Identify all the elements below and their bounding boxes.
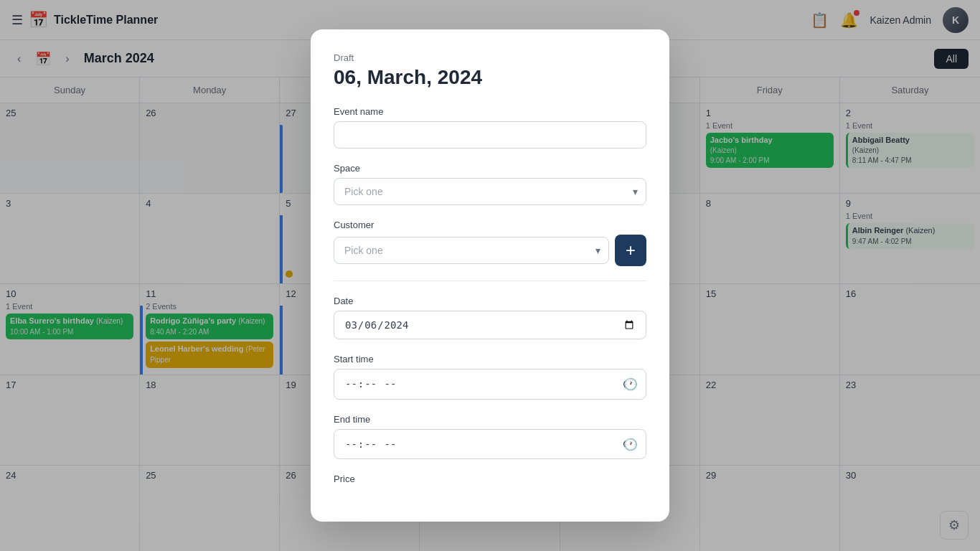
- customer-select[interactable]: Pick one: [334, 237, 609, 264]
- space-group: Space Pick one ▾: [334, 163, 646, 205]
- form-divider: [334, 281, 646, 281]
- event-name-group: Event name: [334, 106, 646, 149]
- event-name-input[interactable]: [334, 121, 646, 149]
- event-name-label: Event name: [334, 106, 646, 117]
- end-time-label: End time: [334, 414, 646, 425]
- modal-status: Draft: [334, 52, 646, 63]
- customer-label: Customer: [334, 220, 646, 230]
- event-modal: Draft 06, March, 2024 Event name Space P…: [311, 29, 669, 522]
- date-input[interactable]: [334, 311, 646, 339]
- plus-icon: +: [626, 240, 636, 260]
- end-time-input[interactable]: [334, 429, 646, 460]
- customer-group: Customer Pick one ▾ +: [334, 220, 646, 266]
- space-label: Space: [334, 163, 646, 174]
- start-time-input[interactable]: [334, 369, 646, 400]
- customer-row: Pick one ▾ +: [334, 235, 646, 266]
- start-time-wrapper: 🕐: [334, 369, 646, 400]
- modal-date: 06, March, 2024: [334, 66, 646, 89]
- end-time-group: End time 🕐: [334, 414, 646, 460]
- space-select-wrapper: Pick one ▾: [334, 178, 646, 205]
- price-label: Price: [334, 474, 646, 484]
- modal-overlay[interactable]: Draft 06, March, 2024 Event name Space P…: [0, 0, 980, 551]
- end-time-wrapper: 🕐: [334, 429, 646, 460]
- add-customer-button[interactable]: +: [615, 235, 646, 266]
- space-select[interactable]: Pick one: [334, 178, 646, 205]
- customer-select-wrapper: Pick one ▾: [334, 237, 609, 264]
- price-group: Price: [334, 474, 646, 484]
- start-time-label: Start time: [334, 354, 646, 364]
- date-label: Date: [334, 296, 646, 306]
- date-group: Date: [334, 296, 646, 339]
- start-time-group: Start time 🕐: [334, 354, 646, 400]
